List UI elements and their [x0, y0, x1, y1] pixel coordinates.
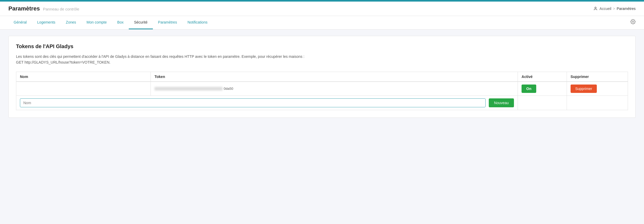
svg-point-1: [632, 21, 634, 23]
tab-mon-compte[interactable]: Mon compte: [81, 16, 112, 29]
main-content: Tokens de l'API Gladys Les tokens sont d…: [0, 30, 644, 124]
table-row: 0da50 On Supprimer: [16, 82, 628, 96]
api-tokens-card: Tokens de l'API Gladys Les tokens sont d…: [8, 36, 636, 118]
tab-securite[interactable]: Sécurité: [129, 16, 153, 29]
breadcrumb: Accueil > Paramètres: [593, 6, 636, 11]
card-title: Tokens de l'API Gladys: [16, 43, 628, 49]
table-header-row: Nom Token Activé Supprimer: [16, 72, 628, 82]
token-value-cell: 0da50: [151, 82, 518, 96]
tab-zones[interactable]: Zones: [61, 16, 81, 29]
new-token-controls: Nouveau: [20, 98, 514, 107]
token-delete-cell: Supprimer: [567, 82, 628, 96]
breadcrumb-home[interactable]: Accueil: [599, 7, 611, 11]
page-title: Paramètres: [8, 5, 40, 12]
settings-gear-icon[interactable]: [630, 19, 636, 29]
new-token-name-input[interactable]: [20, 98, 486, 107]
col-header-active: Activé: [518, 72, 567, 82]
col-header-nom: Nom: [16, 72, 151, 82]
page-subtitle: Panneau de contrôle: [43, 7, 79, 11]
breadcrumb-current: Paramètres: [617, 7, 636, 11]
token-name-cell: [16, 82, 151, 96]
token-active-cell: On: [518, 82, 567, 96]
token-display: 0da50: [154, 87, 514, 91]
tab-general[interactable]: Général: [8, 16, 32, 29]
tab-notifications[interactable]: Notifications: [182, 16, 213, 29]
new-token-active-cell: [518, 96, 567, 110]
card-description: Les tokens sont des clés qui permettent …: [16, 54, 304, 65]
breadcrumb-separator: >: [613, 7, 615, 11]
header-left: Paramètres Panneau de contrôle: [8, 5, 79, 12]
header: Paramètres Panneau de contrôle Accueil >…: [0, 2, 644, 16]
tabs-container: Général Logements Zones Mon compte Box S…: [0, 16, 644, 30]
tokens-table: Nom Token Activé Supprimer 0da50: [16, 72, 628, 110]
new-token-delete-cell: [567, 96, 628, 110]
tabs-nav: Général Logements Zones Mon compte Box S…: [8, 16, 213, 29]
new-token-input-cell: Nouveau: [16, 96, 518, 110]
home-icon: [593, 6, 598, 11]
col-header-delete: Supprimer: [567, 72, 628, 82]
token-blurred: [154, 87, 223, 91]
new-token-button[interactable]: Nouveau: [489, 98, 514, 107]
tab-parametres[interactable]: Paramètres: [153, 16, 182, 29]
col-header-token: Token: [151, 72, 518, 82]
token-suffix: 0da50: [224, 87, 233, 91]
token-on-button[interactable]: On: [522, 85, 536, 93]
tab-box[interactable]: Box: [112, 16, 129, 29]
svg-point-0: [595, 7, 596, 8]
tab-logements[interactable]: Logements: [32, 16, 61, 29]
new-token-row: Nouveau: [16, 96, 628, 110]
token-delete-button[interactable]: Supprimer: [571, 85, 597, 93]
